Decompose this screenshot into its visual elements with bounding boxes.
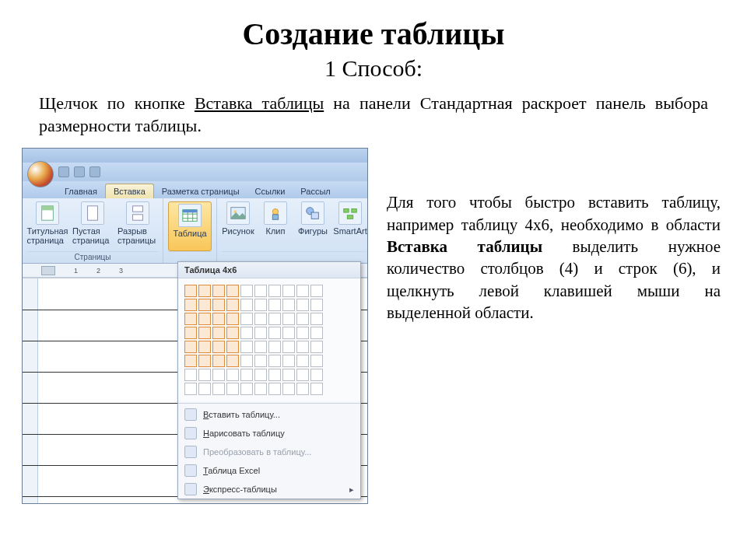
- grid-cell[interactable]: [184, 299, 197, 311]
- grid-cell[interactable]: [212, 313, 225, 325]
- grid-cell[interactable]: [226, 355, 239, 367]
- grid-cell[interactable]: [226, 285, 239, 297]
- grid-cell[interactable]: [198, 341, 211, 353]
- grid-cell[interactable]: [254, 341, 267, 353]
- grid-cell[interactable]: [282, 341, 295, 353]
- grid-cell[interactable]: [310, 299, 323, 311]
- grid-cell[interactable]: [226, 383, 239, 395]
- menu-draw-table[interactable]: Нарисовать таблицу: [178, 424, 360, 443]
- grid-cell[interactable]: [254, 313, 267, 325]
- grid-cell[interactable]: [184, 369, 197, 381]
- grid-cell[interactable]: [240, 369, 253, 381]
- grid-cell[interactable]: [198, 369, 211, 381]
- tab-mailings[interactable]: Рассыл: [293, 184, 338, 198]
- grid-cell[interactable]: [268, 299, 281, 311]
- grid-cell[interactable]: [310, 383, 323, 395]
- grid-cell[interactable]: [240, 327, 253, 339]
- grid-cell[interactable]: [184, 341, 197, 353]
- grid-cell[interactable]: [310, 313, 323, 325]
- grid-cell[interactable]: [282, 313, 295, 325]
- grid-cell[interactable]: [310, 341, 323, 353]
- grid-cell[interactable]: [296, 369, 309, 381]
- grid-cell[interactable]: [268, 369, 281, 381]
- grid-cell[interactable]: [268, 341, 281, 353]
- grid-cell[interactable]: [296, 341, 309, 353]
- grid-cell[interactable]: [268, 313, 281, 325]
- grid-cell[interactable]: [184, 285, 197, 297]
- grid-cell[interactable]: [184, 355, 197, 367]
- grid-cell[interactable]: [226, 327, 239, 339]
- cover-page-button[interactable]: Титульная страница: [27, 201, 68, 251]
- grid-cell[interactable]: [268, 355, 281, 367]
- grid-cell[interactable]: [198, 327, 211, 339]
- table-size-grid[interactable]: [178, 278, 360, 401]
- grid-cell[interactable]: [184, 327, 197, 339]
- grid-cell[interactable]: [254, 299, 267, 311]
- grid-cell[interactable]: [254, 355, 267, 367]
- grid-cell[interactable]: [296, 327, 309, 339]
- office-button[interactable]: [27, 161, 54, 187]
- grid-cell[interactable]: [184, 383, 197, 395]
- grid-cell[interactable]: [212, 327, 225, 339]
- qat-redo-icon[interactable]: [89, 166, 100, 177]
- grid-cell[interactable]: [268, 383, 281, 395]
- grid-cell[interactable]: [226, 369, 239, 381]
- grid-cell[interactable]: [212, 383, 225, 395]
- grid-cell[interactable]: [296, 355, 309, 367]
- grid-cell[interactable]: [226, 313, 239, 325]
- grid-cell[interactable]: [296, 285, 309, 297]
- grid-cell[interactable]: [198, 313, 211, 325]
- table-button[interactable]: Таблица: [168, 201, 212, 251]
- clip-button[interactable]: Клип: [259, 201, 292, 251]
- grid-cell[interactable]: [240, 313, 253, 325]
- grid-cell[interactable]: [254, 383, 267, 395]
- grid-cell[interactable]: [212, 369, 225, 381]
- grid-cell[interactable]: [198, 299, 211, 311]
- grid-cell[interactable]: [310, 285, 323, 297]
- grid-cell[interactable]: [310, 369, 323, 381]
- grid-cell[interactable]: [282, 299, 295, 311]
- grid-cell[interactable]: [240, 285, 253, 297]
- grid-cell[interactable]: [212, 341, 225, 353]
- menu-excel-table[interactable]: Таблица Excel: [178, 461, 360, 480]
- menu-insert-table[interactable]: Вставить таблицу...: [178, 405, 360, 424]
- grid-cell[interactable]: [296, 383, 309, 395]
- grid-cell[interactable]: [212, 299, 225, 311]
- grid-cell[interactable]: [254, 327, 267, 339]
- menu-quick-tables[interactable]: Экспресс-таблицы ▸: [178, 480, 360, 499]
- tab-insert[interactable]: Вставка: [105, 184, 154, 198]
- grid-cell[interactable]: [282, 369, 295, 381]
- grid-cell[interactable]: [296, 313, 309, 325]
- grid-cell[interactable]: [226, 341, 239, 353]
- grid-cell[interactable]: [282, 285, 295, 297]
- grid-cell[interactable]: [310, 355, 323, 367]
- grid-cell[interactable]: [268, 327, 281, 339]
- grid-cell[interactable]: [282, 327, 295, 339]
- shapes-button[interactable]: Фигуры: [296, 201, 329, 251]
- grid-cell[interactable]: [240, 341, 253, 353]
- grid-cell[interactable]: [240, 299, 253, 311]
- blank-page-button[interactable]: Пустая страница: [72, 201, 113, 251]
- tab-references[interactable]: Ссылки: [247, 184, 293, 198]
- grid-cell[interactable]: [212, 355, 225, 367]
- qat-undo-icon[interactable]: [74, 166, 85, 177]
- grid-cell[interactable]: [226, 299, 239, 311]
- smartart-button[interactable]: SmartArt: [334, 201, 366, 251]
- grid-cell[interactable]: [240, 383, 253, 395]
- grid-cell[interactable]: [268, 285, 281, 297]
- grid-cell[interactable]: [310, 327, 323, 339]
- grid-cell[interactable]: [282, 383, 295, 395]
- qat-save-icon[interactable]: [58, 166, 69, 177]
- tab-page-layout[interactable]: Разметка страницы: [154, 184, 247, 198]
- picture-button[interactable]: Рисунок: [222, 201, 254, 251]
- grid-cell[interactable]: [254, 285, 267, 297]
- grid-cell[interactable]: [198, 355, 211, 367]
- grid-cell[interactable]: [282, 355, 295, 367]
- page-break-button[interactable]: Разрыв страницы: [117, 201, 158, 251]
- grid-cell[interactable]: [296, 299, 309, 311]
- grid-cell[interactable]: [198, 383, 211, 395]
- grid-cell[interactable]: [184, 313, 197, 325]
- grid-cell[interactable]: [212, 285, 225, 297]
- grid-cell[interactable]: [240, 355, 253, 367]
- grid-cell[interactable]: [254, 369, 267, 381]
